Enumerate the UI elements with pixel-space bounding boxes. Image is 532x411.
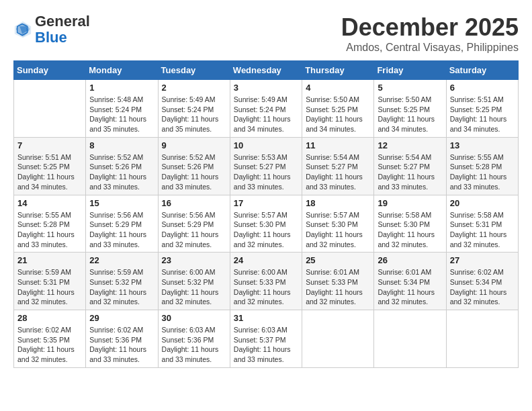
day-info: Sunrise: 5:59 AMSunset: 5:32 PMDaylight:…	[89, 267, 154, 307]
calendar-week-row: 21Sunrise: 5:59 AMSunset: 5:31 PMDayligh…	[14, 253, 519, 310]
day-number: 23	[162, 255, 226, 265]
day-number: 11	[306, 140, 370, 150]
calendar-cell: 23Sunrise: 6:00 AMSunset: 5:32 PMDayligh…	[158, 253, 230, 310]
day-number: 9	[162, 140, 226, 150]
day-number: 4	[306, 83, 370, 93]
day-number: 17	[234, 198, 298, 208]
weekday-header: Thursday	[302, 61, 374, 80]
weekday-header: Tuesday	[158, 61, 230, 80]
day-info: Sunrise: 5:52 AMSunset: 5:26 PMDaylight:…	[89, 152, 154, 192]
day-number: 13	[450, 140, 515, 150]
calendar-cell: 24Sunrise: 6:00 AMSunset: 5:33 PMDayligh…	[230, 253, 302, 310]
calendar-week-row: 14Sunrise: 5:55 AMSunset: 5:28 PMDayligh…	[14, 195, 519, 253]
calendar-cell: 8Sunrise: 5:52 AMSunset: 5:26 PMDaylight…	[86, 137, 158, 195]
calendar-week-row: 28Sunrise: 6:02 AMSunset: 5:35 PMDayligh…	[14, 310, 519, 368]
calendar-cell: 22Sunrise: 5:59 AMSunset: 5:32 PMDayligh…	[86, 253, 158, 310]
calendar-cell: 15Sunrise: 5:56 AMSunset: 5:29 PMDayligh…	[86, 195, 158, 253]
calendar-cell: 21Sunrise: 5:59 AMSunset: 5:31 PMDayligh…	[14, 253, 86, 310]
page-header: General Blue December 2025 Amdos, Centra…	[13, 13, 519, 54]
calendar-cell: 28Sunrise: 6:02 AMSunset: 5:35 PMDayligh…	[14, 310, 86, 368]
day-info: Sunrise: 5:56 AMSunset: 5:29 PMDaylight:…	[89, 210, 154, 250]
day-number: 8	[89, 140, 154, 150]
day-info: Sunrise: 5:48 AMSunset: 5:24 PMDaylight:…	[89, 95, 154, 134]
calendar-cell: 14Sunrise: 5:55 AMSunset: 5:28 PMDayligh…	[14, 195, 86, 253]
weekday-header: Monday	[86, 61, 158, 80]
day-info: Sunrise: 5:54 AMSunset: 5:27 PMDaylight:…	[378, 152, 442, 192]
day-number: 27	[450, 255, 515, 265]
calendar-cell: 31Sunrise: 6:03 AMSunset: 5:37 PMDayligh…	[230, 310, 302, 368]
day-number: 10	[234, 140, 298, 150]
calendar-cell: 29Sunrise: 6:02 AMSunset: 5:36 PMDayligh…	[86, 310, 158, 368]
day-number: 15	[89, 198, 154, 208]
logo-icon	[13, 20, 32, 39]
day-number: 5	[378, 83, 442, 93]
calendar-cell	[302, 310, 374, 368]
day-number: 30	[162, 313, 226, 323]
calendar-cell: 3Sunrise: 5:49 AMSunset: 5:24 PMDaylight…	[230, 80, 302, 138]
weekday-header: Wednesday	[230, 61, 302, 80]
calendar-cell	[446, 310, 518, 368]
calendar-cell: 16Sunrise: 5:56 AMSunset: 5:29 PMDayligh…	[158, 195, 230, 253]
calendar-week-row: 1Sunrise: 5:48 AMSunset: 5:24 PMDaylight…	[14, 80, 519, 138]
weekday-header: Saturday	[446, 61, 518, 80]
day-number: 2	[162, 83, 226, 93]
calendar-cell: 17Sunrise: 5:57 AMSunset: 5:30 PMDayligh…	[230, 195, 302, 253]
logo: General Blue	[13, 13, 90, 46]
calendar-cell: 20Sunrise: 5:58 AMSunset: 5:31 PMDayligh…	[446, 195, 518, 253]
day-number: 12	[378, 140, 442, 150]
calendar-cell: 5Sunrise: 5:50 AMSunset: 5:25 PMDaylight…	[374, 80, 446, 138]
day-info: Sunrise: 5:49 AMSunset: 5:24 PMDaylight:…	[162, 95, 226, 134]
day-info: Sunrise: 5:49 AMSunset: 5:24 PMDaylight:…	[234, 95, 298, 134]
day-number: 6	[450, 83, 515, 93]
day-info: Sunrise: 5:51 AMSunset: 5:25 PMDaylight:…	[450, 95, 515, 134]
day-number: 24	[234, 255, 298, 265]
day-info: Sunrise: 5:58 AMSunset: 5:30 PMDaylight:…	[378, 210, 442, 250]
day-info: Sunrise: 5:50 AMSunset: 5:25 PMDaylight:…	[378, 95, 442, 134]
calendar-cell: 12Sunrise: 5:54 AMSunset: 5:27 PMDayligh…	[374, 137, 446, 195]
day-info: Sunrise: 5:54 AMSunset: 5:27 PMDaylight:…	[306, 152, 370, 192]
calendar-week-row: 7Sunrise: 5:51 AMSunset: 5:25 PMDaylight…	[14, 137, 519, 195]
day-info: Sunrise: 5:56 AMSunset: 5:29 PMDaylight:…	[162, 210, 226, 250]
location-title: Amdos, Central Visayas, Philippines	[341, 42, 519, 54]
day-info: Sunrise: 5:55 AMSunset: 5:28 PMDaylight:…	[450, 152, 515, 192]
logo-general: General	[35, 13, 90, 30]
day-number: 18	[306, 198, 370, 208]
day-number: 7	[17, 140, 82, 150]
day-number: 19	[378, 198, 442, 208]
calendar-cell: 30Sunrise: 6:03 AMSunset: 5:36 PMDayligh…	[158, 310, 230, 368]
day-info: Sunrise: 6:01 AMSunset: 5:33 PMDaylight:…	[306, 267, 370, 307]
calendar-cell	[374, 310, 446, 368]
day-info: Sunrise: 6:02 AMSunset: 5:34 PMDaylight:…	[450, 267, 515, 307]
day-info: Sunrise: 5:53 AMSunset: 5:27 PMDaylight:…	[234, 152, 298, 192]
day-number: 16	[162, 198, 226, 208]
calendar-cell: 18Sunrise: 5:57 AMSunset: 5:30 PMDayligh…	[302, 195, 374, 253]
weekday-header: Sunday	[14, 61, 86, 80]
calendar-cell: 26Sunrise: 6:01 AMSunset: 5:34 PMDayligh…	[374, 253, 446, 310]
day-info: Sunrise: 6:03 AMSunset: 5:37 PMDaylight:…	[234, 325, 298, 365]
day-number: 22	[89, 255, 154, 265]
day-info: Sunrise: 5:51 AMSunset: 5:25 PMDaylight:…	[17, 152, 82, 192]
day-info: Sunrise: 5:57 AMSunset: 5:30 PMDaylight:…	[306, 210, 370, 250]
day-info: Sunrise: 5:59 AMSunset: 5:31 PMDaylight:…	[17, 267, 82, 307]
calendar-cell: 4Sunrise: 5:50 AMSunset: 5:25 PMDaylight…	[302, 80, 374, 138]
day-info: Sunrise: 6:02 AMSunset: 5:36 PMDaylight:…	[89, 325, 154, 365]
calendar-cell: 13Sunrise: 5:55 AMSunset: 5:28 PMDayligh…	[446, 137, 518, 195]
calendar-cell: 10Sunrise: 5:53 AMSunset: 5:27 PMDayligh…	[230, 137, 302, 195]
calendar-cell: 6Sunrise: 5:51 AMSunset: 5:25 PMDaylight…	[446, 80, 518, 138]
calendar-cell: 11Sunrise: 5:54 AMSunset: 5:27 PMDayligh…	[302, 137, 374, 195]
day-number: 31	[234, 313, 298, 323]
day-info: Sunrise: 6:01 AMSunset: 5:34 PMDaylight:…	[378, 267, 442, 307]
calendar-cell: 7Sunrise: 5:51 AMSunset: 5:25 PMDaylight…	[14, 137, 86, 195]
calendar-cell: 9Sunrise: 5:52 AMSunset: 5:26 PMDaylight…	[158, 137, 230, 195]
weekday-header: Friday	[374, 61, 446, 80]
calendar-cell: 25Sunrise: 6:01 AMSunset: 5:33 PMDayligh…	[302, 253, 374, 310]
day-info: Sunrise: 5:58 AMSunset: 5:31 PMDaylight:…	[450, 210, 515, 250]
day-number: 14	[17, 198, 82, 208]
calendar-cell: 19Sunrise: 5:58 AMSunset: 5:30 PMDayligh…	[374, 195, 446, 253]
day-info: Sunrise: 5:50 AMSunset: 5:25 PMDaylight:…	[306, 95, 370, 134]
month-title: December 2025	[341, 13, 519, 42]
day-info: Sunrise: 6:00 AMSunset: 5:32 PMDaylight:…	[162, 267, 226, 307]
day-info: Sunrise: 6:00 AMSunset: 5:33 PMDaylight:…	[234, 267, 298, 307]
day-number: 21	[17, 255, 82, 265]
day-info: Sunrise: 5:57 AMSunset: 5:30 PMDaylight:…	[234, 210, 298, 250]
